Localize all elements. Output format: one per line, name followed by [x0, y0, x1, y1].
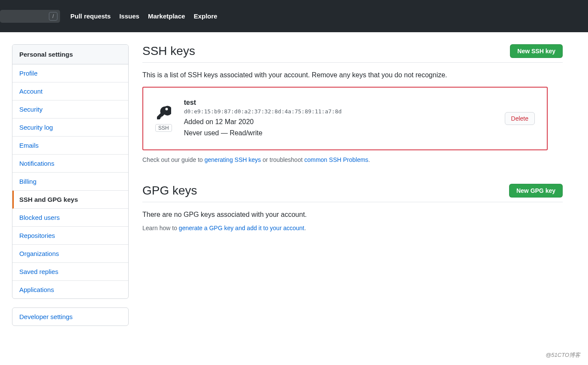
ssh-key-item: SSH test d0:e9:15:b9:87:d0:a2:37:32:8d:4…: [142, 87, 548, 150]
ssh-key-fingerprint: d0:e9:15:b9:87:d0:a2:37:32:8d:4a:75:89:1…: [184, 108, 493, 115]
ssh-type-badge: SSH: [155, 124, 172, 132]
sidebar-item-developer-settings[interactable]: Developer settings: [12, 308, 128, 325]
primary-nav: Pull requests Issues Marketplace Explore: [70, 12, 217, 20]
sidebar-item-notifications[interactable]: Notifications: [12, 155, 128, 173]
main-content: SSH keys New SSH key This is a list of S…: [142, 44, 563, 326]
settings-sidebar: Personal settings Profile Account Securi…: [12, 44, 129, 326]
gpg-learn-prefix: Learn how to: [142, 225, 179, 231]
sidebar-item-profile[interactable]: Profile: [12, 64, 128, 82]
ssh-heading: SSH keys: [142, 44, 195, 58]
sidebar-item-saved-replies[interactable]: Saved replies: [12, 263, 128, 281]
settings-menu-header: Personal settings: [12, 45, 128, 64]
gpg-learn-suffix: .: [304, 225, 306, 231]
nav-marketplace[interactable]: Marketplace: [148, 12, 185, 20]
delete-ssh-key-button[interactable]: Delete: [505, 112, 535, 125]
ssh-guide-mid: or troubleshoot: [261, 156, 304, 163]
ssh-guide-prefix: Check out our guide to: [142, 156, 205, 163]
ssh-key-added-date: Added on 12 Mar 2020: [184, 116, 493, 128]
common-ssh-problems-link[interactable]: common SSH Problems: [304, 156, 368, 163]
settings-menu: Personal settings Profile Account Securi…: [12, 44, 129, 299]
ssh-guide-suffix: .: [368, 156, 370, 163]
new-gpg-key-button[interactable]: New GPG key: [509, 184, 563, 198]
new-ssh-key-button[interactable]: New SSH key: [510, 44, 563, 58]
top-navigation-bar: / Pull requests Issues Marketplace Explo…: [0, 0, 588, 32]
sidebar-item-emails[interactable]: Emails: [12, 137, 128, 155]
ssh-key-icon-column: SSH: [155, 105, 172, 132]
nav-issues[interactable]: Issues: [119, 12, 139, 20]
sidebar-item-applications[interactable]: Applications: [12, 281, 128, 298]
slash-shortcut-icon: /: [49, 12, 57, 21]
gpg-section-header: GPG keys New GPG key: [142, 184, 563, 202]
gpg-heading: GPG keys: [142, 184, 197, 198]
developer-settings-menu: Developer settings: [12, 307, 129, 326]
sidebar-item-account[interactable]: Account: [12, 82, 128, 100]
sidebar-item-security[interactable]: Security: [12, 100, 128, 119]
ssh-description: This is a list of SSH keys associated wi…: [142, 71, 563, 79]
ssh-guide-text: Check out our guide to generating SSH ke…: [142, 156, 563, 163]
generating-ssh-keys-link[interactable]: generating SSH keys: [205, 156, 261, 163]
sidebar-item-repositories[interactable]: Repositories: [12, 227, 128, 245]
generate-gpg-key-link[interactable]: generate a GPG key and add it to your ac…: [179, 225, 305, 231]
ssh-section-header: SSH keys New SSH key: [142, 44, 563, 63]
sidebar-item-security-log[interactable]: Security log: [12, 119, 128, 137]
key-icon: [156, 105, 171, 121]
nav-explore[interactable]: Explore: [194, 12, 217, 20]
sidebar-item-blocked-users[interactable]: Blocked users: [12, 209, 128, 227]
ssh-key-usage: Never used — Read/write: [184, 128, 493, 139]
gpg-empty-message: There are no GPG keys associated with yo…: [142, 211, 563, 219]
sidebar-item-billing[interactable]: Billing: [12, 173, 128, 191]
sidebar-item-organizations[interactable]: Organizations: [12, 245, 128, 263]
gpg-learn-text: Learn how to generate a GPG key and add …: [142, 225, 563, 231]
sidebar-item-ssh-gpg-keys[interactable]: SSH and GPG keys: [12, 191, 128, 209]
ssh-key-title: test: [184, 99, 493, 106]
nav-pull-requests[interactable]: Pull requests: [70, 12, 111, 20]
ssh-key-details: test d0:e9:15:b9:87:d0:a2:37:32:8d:4a:75…: [184, 99, 493, 138]
global-search[interactable]: /: [0, 10, 60, 23]
